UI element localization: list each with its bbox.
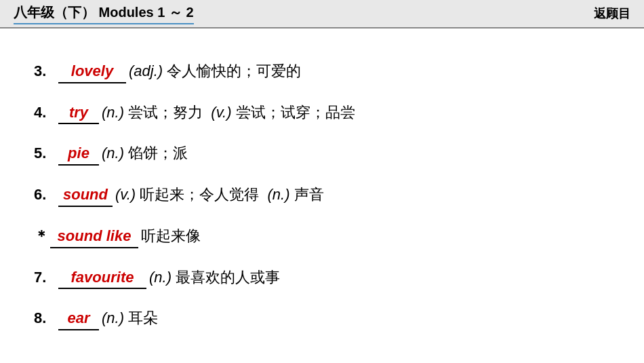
content-area: 3. lovely (adj.) 令人愉快的；可爱的 4. try (n.) 尝… bbox=[0, 28, 644, 363]
word-try: try bbox=[58, 102, 99, 125]
word-favourite: favourite bbox=[58, 267, 146, 290]
definition-soundlike: 听起来像 bbox=[141, 226, 201, 247]
word-ear: ear bbox=[58, 308, 99, 330]
vocab-item-4: 4. try (n.) 尝试；努力 (v.) 尝试；试穿；品尝 bbox=[34, 102, 610, 125]
item-star: ＊ bbox=[34, 226, 49, 247]
definition-try: (n.) 尝试；努力 (v.) 尝试；试穿；品尝 bbox=[102, 102, 355, 123]
vocab-item-soundlike: ＊ sound like 听起来像 bbox=[34, 226, 610, 248]
vocab-item-3: 3. lovely (adj.) 令人愉快的；可爱的 bbox=[34, 61, 610, 83]
definition-pie: (n.) 馅饼；派 bbox=[102, 143, 188, 164]
vocab-item-7: 7. favourite (n.) 最喜欢的人或事 bbox=[34, 267, 610, 290]
vocab-item-5: 5. pie (n.) 馅饼；派 bbox=[34, 143, 610, 166]
item-number-4: 4. bbox=[34, 102, 54, 123]
word-soundlike: sound like bbox=[50, 226, 138, 248]
header-title: 八年级（下） Modules 1 ～ 2 bbox=[14, 3, 194, 24]
vocab-item-8: 8. ear (n.) 耳朵 bbox=[34, 308, 610, 330]
page-container: 八年级（下） Modules 1 ～ 2 返顾目 3. lovely (adj.… bbox=[0, 0, 644, 363]
definition-favourite: (n.) 最喜欢的人或事 bbox=[149, 267, 280, 288]
item-number-3: 3. bbox=[34, 61, 54, 82]
word-lovely: lovely bbox=[58, 61, 126, 83]
definition-lovely: (adj.) 令人愉快的；可爱的 bbox=[129, 61, 301, 82]
item-number-8: 8. bbox=[34, 308, 54, 329]
item-number-5: 5. bbox=[34, 143, 54, 164]
word-pie: pie bbox=[58, 143, 99, 166]
definition-sound: (v.) 听起来；令人觉得 (n.) 声音 bbox=[115, 185, 324, 206]
back-button[interactable]: 返顾目 bbox=[594, 5, 630, 22]
item-number-7: 7. bbox=[34, 267, 54, 288]
vocab-item-6: 6. sound (v.) 听起来；令人觉得 (n.) 声音 bbox=[34, 185, 610, 207]
header: 八年级（下） Modules 1 ～ 2 返顾目 bbox=[0, 0, 644, 28]
item-number-6: 6. bbox=[34, 185, 54, 206]
definition-ear: (n.) 耳朵 bbox=[102, 308, 158, 329]
word-sound: sound bbox=[58, 185, 113, 207]
